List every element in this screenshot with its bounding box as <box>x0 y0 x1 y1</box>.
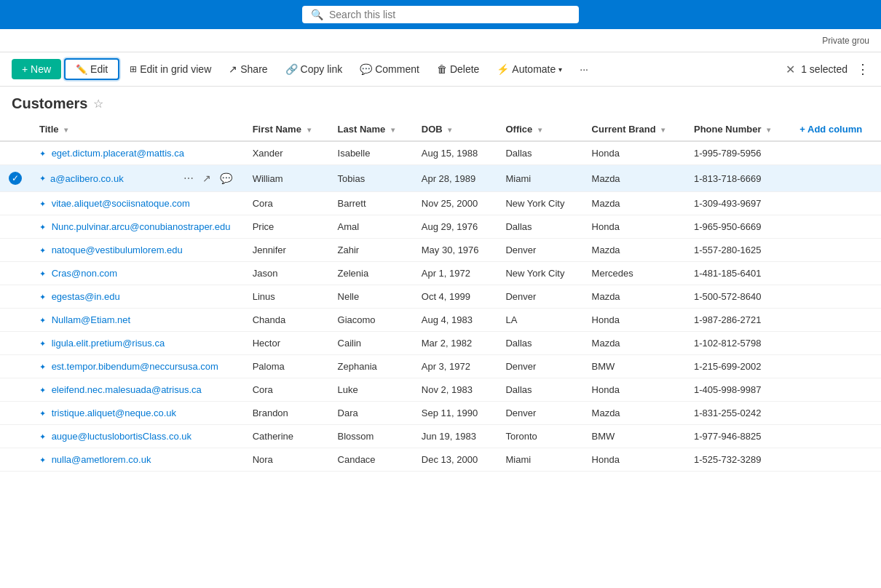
row-phone-cell: 1-500-572-8640 <box>685 285 791 309</box>
column-header-dob[interactable]: DOB ▾ <box>413 118 497 141</box>
row-title-cell[interactable]: ✦ Nullam@Etiam.net <box>31 309 244 332</box>
row-last-name-cell: Nelle <box>329 285 413 309</box>
row-add-column-cell <box>791 309 881 332</box>
copy-link-button[interactable]: 🔗 Copy link <box>278 59 350 79</box>
row-share-icon[interactable]: ↗ <box>199 171 214 186</box>
row-checkbox-cell[interactable] <box>0 141 31 165</box>
row-title-cell[interactable]: ✦ est.tempor.bibendum@neccursusa.com <box>31 355 244 378</box>
more-options-icon[interactable]: ⋮ <box>856 61 869 77</box>
column-header-phone-number[interactable]: Phone Number ▾ <box>685 118 791 141</box>
row-checkbox-cell[interactable] <box>0 332 31 355</box>
row-phone-cell: 1-977-946-8825 <box>685 425 791 448</box>
row-email: vitae.aliquet@sociisnatoque.com <box>52 198 190 209</box>
row-checkbox-cell[interactable] <box>0 309 31 332</box>
row-office-cell: Miami <box>497 165 582 192</box>
row-title-cell[interactable]: ✦ a@aclibero.co.uk ⋯ ↗ 💬 <box>31 165 244 192</box>
row-brand-cell: Mazda <box>583 402 685 425</box>
row-checkbox-cell[interactable] <box>0 378 31 402</box>
row-checkbox-cell[interactable] <box>0 262 31 285</box>
row-last-name-cell: Candace <box>329 448 413 472</box>
row-checkbox-cell[interactable] <box>0 215 31 239</box>
row-checkbox-cell[interactable] <box>0 402 31 425</box>
column-header-first-name[interactable]: First Name ▾ <box>244 118 329 141</box>
row-brand-cell: Honda <box>583 309 685 332</box>
row-brand-cell: Mercedes <box>583 262 685 285</box>
search-input[interactable] <box>329 9 570 20</box>
row-dob-cell: Apr 28, 1989 <box>413 165 497 192</box>
row-title-cell[interactable]: ✦ natoque@vestibulumlorem.edu <box>31 239 244 262</box>
row-phone-cell: 1-405-998-9987 <box>685 378 791 402</box>
column-header-last-name[interactable]: Last Name ▾ <box>329 118 413 141</box>
top-navigation-bar: 🔍 <box>0 0 881 29</box>
row-last-name-cell: Zephania <box>329 355 413 378</box>
row-last-name-cell: Tobias <box>329 165 413 192</box>
data-table-container: Title ▾ First Name ▾ Last Name ▾ DOB ▾ O… <box>0 118 881 472</box>
row-phone-cell: 1-987-286-2721 <box>685 309 791 332</box>
row-checkbox-cell[interactable] <box>0 448 31 472</box>
row-first-name-cell: Cora <box>244 378 329 402</box>
row-phone-cell: 1-831-255-0242 <box>685 402 791 425</box>
edit-button[interactable]: ✏️ Edit <box>64 58 119 80</box>
close-selected-icon[interactable]: ✕ <box>786 63 795 76</box>
row-office-cell: Dallas <box>497 378 582 402</box>
row-checkbox-cell[interactable] <box>0 355 31 378</box>
row-email: Cras@non.com <box>52 268 118 279</box>
automate-button[interactable]: ⚡ Automate ▾ <box>489 59 569 79</box>
row-title-cell[interactable]: ✦ Cras@non.com <box>31 262 244 285</box>
table-header-row: Title ▾ First Name ▾ Last Name ▾ DOB ▾ O… <box>0 118 881 141</box>
row-first-name-cell: Jason <box>244 262 329 285</box>
row-title-cell[interactable]: ✦ tristique.aliquet@neque.co.uk <box>31 402 244 425</box>
row-email: augue@luctuslobortisClass.co.uk <box>52 431 191 442</box>
row-first-name-cell: Cora <box>244 192 329 215</box>
column-header-office[interactable]: Office ▾ <box>497 118 582 141</box>
row-title-cell[interactable]: ✦ augue@luctuslobortisClass.co.uk <box>31 425 244 448</box>
sort-icon-title: ▾ <box>64 126 68 134</box>
row-checkbox-cell[interactable]: ✓ <box>0 165 31 192</box>
row-office-cell: Miami <box>497 448 582 472</box>
row-brand-cell: Mazda <box>583 239 685 262</box>
new-button[interactable]: + New <box>12 59 61 79</box>
row-first-name-cell: Price <box>244 215 329 239</box>
row-office-cell: Denver <box>497 355 582 378</box>
row-more-icon[interactable]: ⋯ <box>181 171 197 186</box>
delete-button[interactable]: 🗑 Delete <box>430 59 486 79</box>
edit-grid-button[interactable]: ⊞ Edit in grid view <box>122 59 218 79</box>
row-office-cell: Toronto <box>497 425 582 448</box>
row-title-cell[interactable]: ✦ Nunc.pulvinar.arcu@conubianostraper.ed… <box>31 215 244 239</box>
row-first-name-cell: Linus <box>244 285 329 309</box>
row-checkbox-cell[interactable] <box>0 425 31 448</box>
table-row: ✓ ✦ a@aclibero.co.uk ⋯ ↗ 💬 WilliamTobias… <box>0 165 881 192</box>
row-first-name-cell: Xander <box>244 141 329 165</box>
row-brand-cell: Honda <box>583 141 685 165</box>
link-icon: 🔗 <box>285 63 298 75</box>
row-office-cell: New York City <box>497 192 582 215</box>
row-last-name-cell: Dara <box>329 402 413 425</box>
row-dob-cell: Aug 15, 1988 <box>413 141 497 165</box>
row-last-name-cell: Amal <box>329 215 413 239</box>
row-brand-cell: Mazda <box>583 332 685 355</box>
row-dob-cell: Oct 4, 1999 <box>413 285 497 309</box>
row-first-name-cell: Nora <box>244 448 329 472</box>
column-header-add-column[interactable]: + Add column <box>791 118 881 141</box>
row-title-cell[interactable]: ✦ eleifend.nec.malesuada@atrisus.ca <box>31 378 244 402</box>
comment-button[interactable]: 💬 Comment <box>352 59 427 79</box>
private-group-label: Private grou <box>822 36 869 46</box>
row-checkbox-cell[interactable] <box>0 192 31 215</box>
sort-icon-phone: ▾ <box>767 126 770 134</box>
row-title-cell[interactable]: ✦ eget.dictum.placerat@mattis.ca <box>31 141 244 165</box>
row-checkbox-cell[interactable] <box>0 285 31 309</box>
table-row: ✦ eleifend.nec.malesuada@atrisus.ca Cora… <box>0 378 881 402</box>
row-title-cell[interactable]: ✦ egestas@in.edu <box>31 285 244 309</box>
row-title-cell[interactable]: ✦ ligula.elit.pretium@risus.ca <box>31 332 244 355</box>
favorite-star-icon[interactable]: ☆ <box>93 97 103 111</box>
column-header-title[interactable]: Title ▾ <box>31 118 244 141</box>
sort-icon-office: ▾ <box>538 126 542 134</box>
row-comment-icon[interactable]: 💬 <box>217 171 235 186</box>
row-title-cell[interactable]: ✦ vitae.aliquet@sociisnatoque.com <box>31 192 244 215</box>
row-checkbox-cell[interactable] <box>0 239 31 262</box>
row-office-cell: LA <box>497 309 582 332</box>
row-title-cell[interactable]: ✦ nulla@ametlorem.co.uk <box>31 448 244 472</box>
column-header-current-brand[interactable]: Current Brand ▾ <box>583 118 685 141</box>
share-button[interactable]: ↗ Share <box>221 59 274 79</box>
more-options-button[interactable]: ··· <box>572 59 596 79</box>
